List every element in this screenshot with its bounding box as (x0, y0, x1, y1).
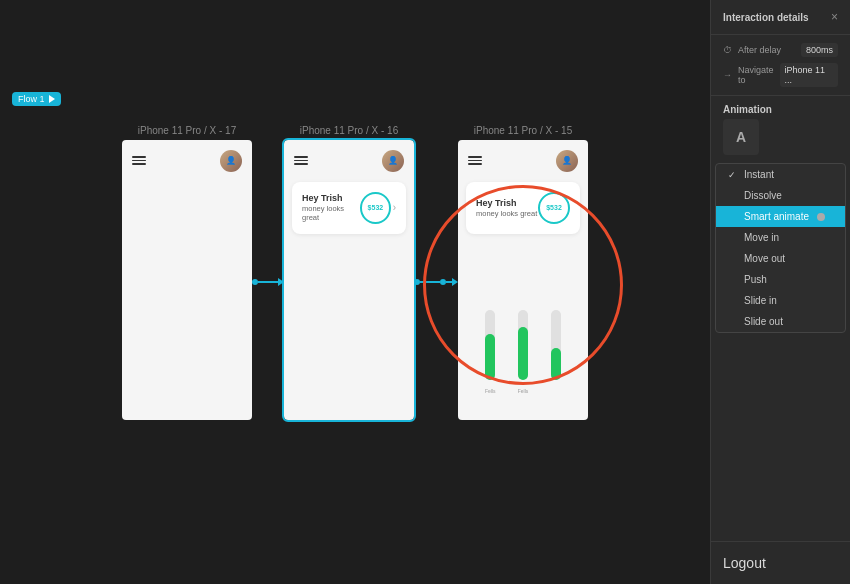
phone-frame-2[interactable]: 👤 Hey Trish money looks great $532 › (284, 140, 414, 420)
frame-2-label: iPhone 11 Pro / X - 16 (300, 125, 398, 136)
navigate-label: Navigate to (738, 65, 774, 85)
phone-header-2: 👤 (284, 140, 414, 178)
frame-col-2: iPhone 11 Pro / X - 16 👤 Hey Trish money… (284, 125, 414, 420)
delay-label: After delay (738, 45, 795, 55)
slider-1-label: Fells (485, 388, 496, 394)
frames-row: iPhone 11 Pro / X - 17 👤 iPhone 11 Pro /… (122, 125, 588, 420)
slider-2[interactable]: Fells (518, 310, 528, 380)
menu-label-smart: Smart animate (744, 211, 809, 222)
greeting-card-3: Hey Trish money looks great $532 (466, 182, 580, 234)
slider-3-fill (551, 348, 561, 380)
right-panel: Interaction details × ⏱ After delay 800m… (710, 0, 850, 584)
clock-icon: ⏱ (723, 45, 732, 55)
menu-label-push: Push (744, 274, 767, 285)
menu-label-dissolve: Dissolve (744, 190, 782, 201)
frame-3-label: iPhone 11 Pro / X - 15 (474, 125, 572, 136)
phone-header-1: 👤 (122, 140, 252, 178)
play-icon (49, 95, 55, 103)
money-badge-3: $532 (538, 192, 570, 224)
menu-item-move-in[interactable]: Move in (716, 227, 845, 248)
greeting-hey-2: Hey Trish (302, 193, 360, 203)
cursor-indicator (817, 213, 825, 221)
panel-row-delay: ⏱ After delay 800ms (723, 43, 838, 57)
greeting-sub-3: money looks great (476, 209, 537, 218)
hamburger-icon-3 (468, 156, 482, 165)
arrow-line-2 (420, 281, 440, 283)
menu-item-slide-in[interactable]: Slide in (716, 290, 845, 311)
panel-row-navigate: → Navigate to iPhone 11 ... (723, 63, 838, 87)
money-amount-3: $532 (546, 204, 562, 211)
panel-title: Interaction details (723, 12, 809, 23)
menu-item-instant[interactable]: ✓ Instant (716, 164, 845, 185)
menu-label-slideout: Slide out (744, 316, 783, 327)
close-button[interactable]: × (831, 10, 838, 24)
animation-section-label: Animation (711, 96, 850, 119)
navigate-value[interactable]: iPhone 11 ... (780, 63, 838, 87)
greeting-card-2: Hey Trish money looks great $532 › (292, 182, 406, 234)
phone-frame-3[interactable]: 👤 Hey Trish money looks great $532 Fel (458, 140, 588, 420)
phone-frame-1[interactable]: 👤 (122, 140, 252, 420)
sliders-area: Fells Fells (458, 300, 588, 380)
slider-2-fill (518, 327, 528, 380)
menu-item-smart-animate[interactable]: Smart animate (716, 206, 845, 227)
menu-label-movein: Move in (744, 232, 779, 243)
menu-item-slide-out[interactable]: Slide out (716, 311, 845, 332)
menu-label-moveout: Move out (744, 253, 785, 264)
delay-value[interactable]: 800ms (801, 43, 838, 57)
arrow-1-2 (252, 278, 284, 286)
flow-label: Flow 1 (18, 94, 45, 104)
greeting-sub-2: money looks great (302, 204, 360, 222)
arrow-line-1 (258, 281, 278, 283)
logout-area: Logout (711, 541, 850, 584)
avatar-1: 👤 (220, 150, 242, 172)
arrow-2-3 (414, 278, 458, 286)
greeting-hey-3: Hey Trish (476, 198, 537, 208)
phone-header-3: 👤 (458, 140, 588, 178)
check-icon-instant: ✓ (728, 170, 738, 180)
preview-letter: A (736, 129, 746, 145)
menu-label-slidein: Slide in (744, 295, 777, 306)
slider-1-fill (485, 334, 495, 380)
panel-header: Interaction details × (711, 0, 850, 35)
hamburger-icon-2 (294, 156, 308, 165)
frame-1-label: iPhone 11 Pro / X - 17 (138, 125, 236, 136)
animation-preview: A (723, 119, 759, 155)
hamburger-icon-1 (132, 156, 146, 165)
animation-dropdown[interactable]: ✓ Instant Dissolve Smart animate Move in… (715, 163, 846, 333)
menu-label-instant: Instant (744, 169, 774, 180)
frame-col-3: iPhone 11 Pro / X - 15 👤 Hey Trish money… (458, 125, 588, 420)
flow-badge[interactable]: Flow 1 (12, 92, 61, 106)
greeting-text-3: Hey Trish money looks great (476, 198, 537, 218)
money-badge-2: $532 (360, 192, 391, 224)
avatar-2: 👤 (382, 150, 404, 172)
logout-label[interactable]: Logout (723, 555, 766, 571)
chevron-icon-2: › (393, 202, 396, 213)
menu-item-move-out[interactable]: Move out (716, 248, 845, 269)
frame-col-1: iPhone 11 Pro / X - 17 👤 (122, 125, 252, 420)
slider-1[interactable]: Fells (485, 310, 495, 380)
arrow-right-icon: → (723, 70, 732, 80)
money-amount-2: $532 (368, 204, 384, 211)
greeting-text-2: Hey Trish money looks great (302, 193, 360, 222)
slider-3[interactable] (551, 310, 561, 380)
avatar-3: 👤 (556, 150, 578, 172)
panel-details-section: ⏱ After delay 800ms → Navigate to iPhone… (711, 35, 850, 96)
menu-item-dissolve[interactable]: Dissolve (716, 185, 845, 206)
menu-item-push[interactable]: Push (716, 269, 845, 290)
canvas: Flow 1 iPhone 11 Pro / X - 17 👤 (0, 0, 710, 584)
slider-2-label: Fells (518, 388, 529, 394)
